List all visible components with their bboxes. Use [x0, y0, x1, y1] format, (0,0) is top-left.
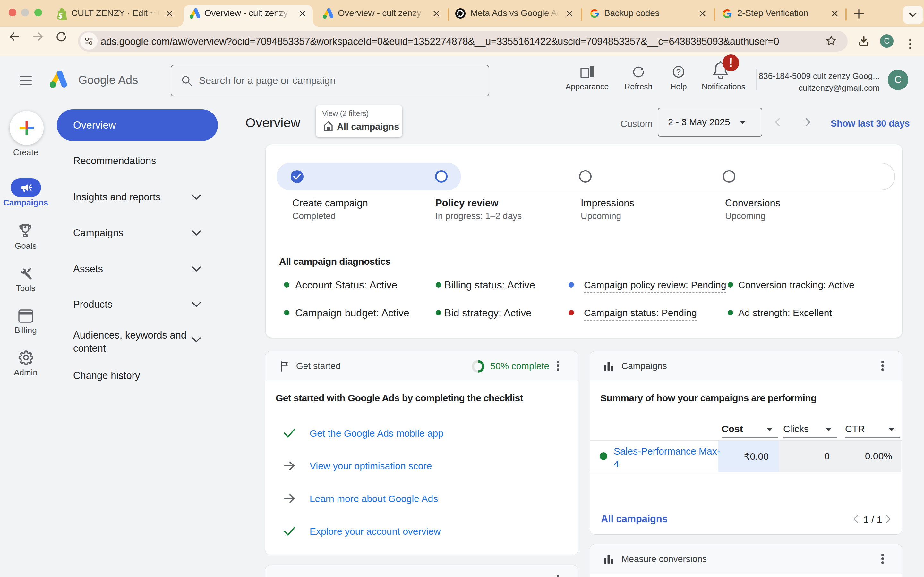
- svg-text:!: !: [729, 56, 733, 69]
- svg-text:?: ?: [676, 67, 681, 77]
